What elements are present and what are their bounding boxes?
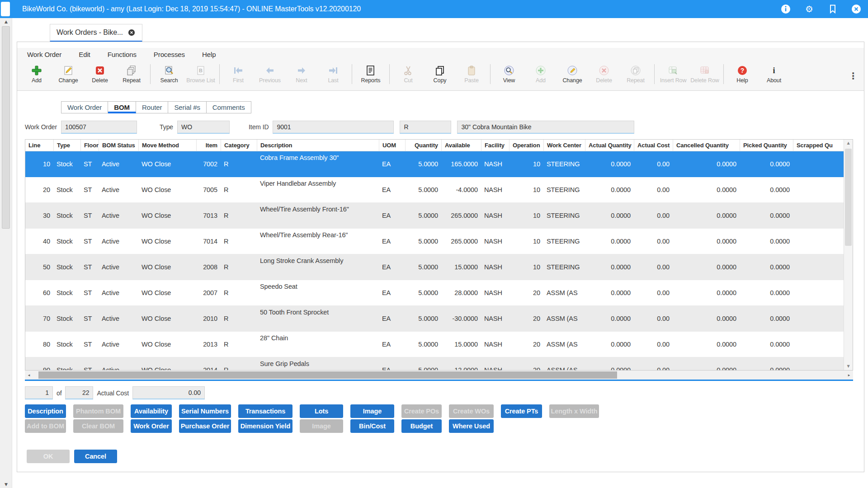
button-transactions[interactable]: Transactions [238, 404, 292, 418]
column-header-operation[interactable]: Operation [509, 140, 543, 151]
toolbar-repeat-button[interactable]: Repeat [116, 65, 147, 84]
column-header-facility[interactable]: Facility [481, 140, 509, 151]
menu-processes[interactable]: Processes [154, 51, 185, 58]
record-number-input[interactable] [25, 386, 53, 399]
table-row[interactable]: 10StockSTActiveWO Close7002RCobra Frame … [25, 151, 853, 177]
column-header-line[interactable]: Line [25, 140, 53, 151]
type-input[interactable] [177, 121, 230, 134]
table-row[interactable]: 90StockSTActiveWO Close2014RSure Grip Pe… [25, 357, 853, 371]
tab-bom[interactable]: BOM [108, 101, 136, 113]
column-header-category[interactable]: Category [221, 140, 257, 151]
window-vertical-scrollbar[interactable]: ▲ ▼ [0, 18, 12, 488]
toolbar-about-button[interactable]: iAbout [758, 65, 790, 84]
column-header-quantity[interactable]: Quantity [405, 140, 441, 151]
bookmark-icon[interactable] [827, 4, 838, 14]
button-where-used[interactable]: Where Used [449, 419, 494, 433]
column-header-actual_cost[interactable]: Actual Cost [634, 140, 673, 151]
menu-edit[interactable]: Edit [79, 51, 90, 58]
button-bin-cost[interactable]: Bin/Cost [350, 419, 394, 433]
column-header-available[interactable]: Available [441, 140, 481, 151]
tab-comments[interactable]: Comments [207, 101, 251, 113]
toolbar-view-button[interactable]: View [493, 65, 525, 84]
grid-scroll-left-icon[interactable]: ◂ [25, 371, 33, 380]
column-header-uom[interactable]: UOM [379, 140, 405, 151]
column-header-description[interactable]: Description [257, 140, 379, 151]
grid-horizontal-scrollbar[interactable]: ◂ ▸ [25, 371, 853, 380]
settings-icon[interactable]: ⚙ [804, 4, 815, 14]
button-budget[interactable]: Budget [401, 419, 442, 433]
toolbar-change-button[interactable]: Change [52, 65, 84, 84]
toolbar-overflow-icon[interactable]: ⋮ [849, 70, 858, 81]
toolbar-button-label: About [767, 77, 781, 84]
grid-scroll-up-icon[interactable]: ▲ [844, 140, 853, 147]
column-header-bom_status[interactable]: BOM Status [99, 140, 138, 151]
tab-close-icon[interactable] [127, 28, 136, 37]
cell-description: Wheel/Tire Assembly Rear-16" [257, 229, 379, 254]
button-create-pts[interactable]: Create PTs [501, 404, 542, 418]
toolbar-help-button[interactable]: ?Help [726, 65, 758, 84]
scroll-up-icon[interactable]: ▲ [0, 18, 12, 25]
cell-operation: 10 [509, 229, 543, 254]
column-header-item[interactable]: Item [196, 140, 221, 151]
toolbar-button-label: Cut [404, 77, 412, 84]
close-icon[interactable] [851, 4, 862, 14]
button-availability[interactable]: Availability [131, 404, 172, 418]
cell-type: Stock [53, 203, 80, 228]
grid-vertical-scrollbar[interactable]: ▲ ▼ [844, 140, 853, 370]
toolbar-search-button[interactable]: Search [153, 65, 185, 84]
column-header-picked_quantity[interactable]: Picked Quantity [740, 140, 793, 151]
titlebar-corner-button[interactable] [1, 2, 10, 16]
toolbar-reports-button[interactable]: Reports [355, 65, 387, 84]
cancel-button[interactable]: Cancel [74, 450, 117, 463]
actual-cost-input[interactable] [132, 386, 205, 399]
column-header-scrapped_quantity[interactable]: Scrapped Qu [793, 140, 838, 151]
button-lots[interactable]: Lots [300, 404, 343, 418]
column-header-move_method[interactable]: Move Method [138, 140, 196, 151]
menu-help[interactable]: Help [202, 51, 216, 58]
toolbar-delete-button[interactable]: Delete [84, 65, 116, 84]
item-id-input[interactable] [273, 121, 394, 134]
table-row[interactable]: 30StockSTActiveWO Close7013RWheel/Tire A… [25, 203, 853, 229]
column-header-type[interactable]: Type [53, 140, 80, 151]
column-header-floor[interactable]: Floor [80, 140, 99, 151]
window-tab-work-orders[interactable]: Work Orders - Bike... [50, 24, 142, 42]
toolbar-add-button[interactable]: Add [21, 65, 52, 84]
table-row[interactable]: 20StockSTActiveWO Close7005RViper Handle… [25, 177, 853, 203]
table-row[interactable]: 80StockSTActiveWO Close2013R28" ChainEA5… [25, 332, 853, 357]
toolbar-change-button[interactable]: Change [557, 65, 588, 84]
table-row[interactable]: 70StockSTActiveWO Close2010R50 Tooth Fro… [25, 306, 853, 332]
table-row[interactable]: 60StockSTActiveWO Close2007RSpeedo SeatE… [25, 280, 853, 306]
grid-vscroll-thumb[interactable] [845, 149, 852, 246]
button-work-order[interactable]: Work Order [131, 419, 172, 433]
table-row[interactable]: 40StockSTActiveWO Close7014RWheel/Tire A… [25, 229, 853, 254]
item-category-input[interactable] [400, 121, 451, 134]
menu-functions[interactable]: Functions [108, 51, 137, 58]
button-dimension-yield[interactable]: Dimension Yield [238, 419, 292, 433]
column-header-cancelled_quantity[interactable]: Cancelled Quantity [673, 140, 740, 151]
table-row[interactable]: 50StockSTActiveWO Close2008RLong Stroke … [25, 254, 853, 280]
cell-cancelled_quantity: 0.0000 [673, 306, 740, 331]
button-image[interactable]: Image [350, 404, 394, 418]
cell-uom: EA [379, 254, 405, 280]
item-description-input[interactable] [457, 121, 634, 134]
grid-scroll-down-icon[interactable]: ▼ [844, 363, 853, 370]
tab-serial-s[interactable]: Serial #s [168, 101, 206, 113]
grid-hscroll-thumb[interactable] [38, 371, 617, 379]
menu-work-order[interactable]: Work Order [27, 51, 61, 58]
column-header-actual_quantity[interactable]: Actual Quantity [585, 140, 634, 151]
button-serial-numbers[interactable]: Serial Numbers [179, 404, 231, 418]
cell-actual_cost: 0.00 [634, 357, 673, 371]
record-count-input[interactable] [65, 386, 93, 399]
work-order-input[interactable] [61, 121, 137, 134]
scroll-down-icon[interactable]: ▼ [0, 481, 12, 488]
toolbar-copy-button[interactable]: Copy [424, 65, 456, 84]
column-header-work_center[interactable]: Work Center [543, 140, 585, 151]
button-purchase-order[interactable]: Purchase Order [179, 419, 231, 433]
toolbar-repeat-button: Repeat [620, 65, 651, 84]
grid-scroll-right-icon[interactable]: ▸ [845, 371, 853, 380]
tab-router[interactable]: Router [136, 101, 168, 113]
tab-work-order[interactable]: Work Order [61, 101, 108, 113]
button-description[interactable]: Description [25, 404, 66, 418]
info-icon[interactable] [780, 4, 791, 14]
window-scrollbar-thumb[interactable] [2, 26, 10, 229]
